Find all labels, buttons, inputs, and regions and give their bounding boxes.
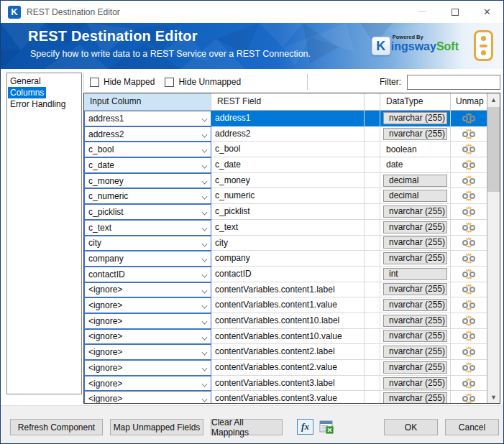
datatype-value[interactable]: nvarchar (255) <box>383 221 447 233</box>
header-input-column[interactable]: Input Column <box>84 93 211 110</box>
unmap-broken-link-icon[interactable] <box>462 362 476 373</box>
input-column-dropdown[interactable]: <ignore> <box>84 282 211 298</box>
mapping-row[interactable]: c_text c_text nvarchar (255) <box>84 220 487 236</box>
close-button[interactable]: ✕ <box>471 1 503 23</box>
datatype-cell[interactable]: nvarchar (255) <box>380 344 451 360</box>
datatype-value[interactable]: nvarchar (255) <box>383 346 447 358</box>
datatype-cell[interactable]: nvarchar (255) <box>380 220 451 236</box>
unmap-cell[interactable] <box>451 391 487 403</box>
input-column-dropdown[interactable]: <ignore> <box>84 391 211 403</box>
datatype-cell[interactable]: nvarchar (255) <box>380 376 451 392</box>
datatype-value[interactable]: nvarchar (255) <box>383 361 447 374</box>
unmap-cell[interactable] <box>451 329 487 345</box>
rest-field-cell[interactable]: c_money <box>211 173 365 189</box>
maximize-button[interactable] <box>439 1 471 23</box>
unmap-cell[interactable] <box>451 251 487 267</box>
unmap-cell[interactable] <box>451 126 487 142</box>
unmap-cell[interactable] <box>451 313 487 329</box>
input-column-dropdown[interactable]: <ignore> <box>84 313 211 329</box>
unmap-broken-link-icon[interactable] <box>462 284 476 295</box>
hide-mapped-checkbox[interactable] <box>90 78 99 87</box>
input-column-dropdown[interactable]: <ignore> <box>84 329 211 345</box>
input-column-dropdown[interactable]: contactID <box>84 267 211 282</box>
unmap-cell[interactable] <box>451 236 487 251</box>
input-column-dropdown[interactable]: c_picklist <box>84 204 211 220</box>
unmap-broken-link-icon[interactable] <box>462 253 476 264</box>
input-column-dropdown[interactable]: c_text <box>84 220 211 236</box>
mapping-row[interactable]: c_date c_date date <box>84 157 487 173</box>
mapping-row[interactable]: c_picklist c_picklist nvarchar (255) <box>84 204 487 220</box>
header-datatype[interactable]: DataType <box>380 93 451 110</box>
input-column-dropdown[interactable]: <ignore> <box>84 344 211 360</box>
mapping-row[interactable]: company company nvarchar (255) <box>84 251 487 267</box>
rest-field-cell[interactable]: contentVariables.content10.value <box>211 329 365 345</box>
datatype-cell[interactable]: decimal <box>380 173 451 189</box>
input-column-dropdown[interactable]: address1 <box>84 111 211 126</box>
map-unmapped-fields-button[interactable]: Map Unmapped Fields <box>110 419 203 435</box>
input-column-dropdown[interactable]: <ignore> <box>84 360 211 376</box>
datatype-value[interactable]: nvarchar (255) <box>383 315 447 327</box>
mapping-row[interactable]: <ignore> contentVariables.content10.valu… <box>84 329 487 345</box>
unmap-cell[interactable] <box>451 360 487 376</box>
datatype-value[interactable]: int <box>383 268 447 280</box>
datatype-value[interactable]: nvarchar (255) <box>383 299 447 311</box>
rest-field-cell[interactable]: contentVariables.content2.label <box>211 344 365 360</box>
cancel-button[interactable]: Cancel <box>445 419 499 435</box>
input-column-dropdown[interactable]: city <box>84 236 211 251</box>
unmap-broken-link-icon[interactable] <box>462 206 476 217</box>
unmap-broken-link-icon[interactable] <box>462 315 476 326</box>
unmap-broken-link-icon[interactable] <box>462 393 476 403</box>
sidebar-item-general[interactable]: General <box>8 75 43 87</box>
unmap-broken-link-icon[interactable] <box>462 237 476 248</box>
mapping-row[interactable]: c_bool c_bool boolean <box>84 142 487 157</box>
datatype-cell[interactable]: nvarchar (255) <box>380 391 451 403</box>
header-rest-field[interactable]: REST Field <box>211 93 365 110</box>
datatype-cell[interactable]: nvarchar (255) <box>380 329 451 345</box>
mapping-row[interactable]: <ignore> contentVariables.content10.labe… <box>84 313 487 329</box>
rest-field-cell[interactable]: address2 <box>211 126 365 142</box>
clear-all-mappings-button[interactable]: Clear All Mappings <box>211 419 283 435</box>
rest-field-cell[interactable]: company <box>211 251 365 267</box>
datatype-value[interactable]: nvarchar (255) <box>383 112 447 124</box>
input-column-dropdown[interactable]: company <box>84 251 211 267</box>
input-column-dropdown[interactable]: c_date <box>84 157 211 173</box>
mapping-row[interactable]: address2 address2 nvarchar (255) <box>84 126 487 142</box>
unmap-broken-link-icon[interactable] <box>462 378 476 389</box>
input-column-dropdown[interactable]: <ignore> <box>84 376 211 392</box>
unmap-broken-link-icon[interactable] <box>462 175 476 186</box>
rest-field-cell[interactable]: contentVariables.content3.label <box>211 376 365 392</box>
filter-input[interactable] <box>407 75 500 90</box>
unmap-cell[interactable] <box>451 344 487 360</box>
ok-button[interactable]: OK <box>384 419 438 435</box>
rest-field-cell[interactable]: contactID <box>211 267 365 282</box>
mapping-row[interactable]: <ignore> contentVariables.content1.value… <box>84 297 487 313</box>
sidebar-item-error-handling[interactable]: Error Handling <box>8 98 68 110</box>
scroll-down-arrow[interactable]: ▼ <box>487 391 500 403</box>
input-column-dropdown[interactable]: address2 <box>84 126 211 142</box>
input-column-dropdown[interactable]: c_numeric <box>84 188 211 204</box>
unmap-broken-link-icon[interactable] <box>462 269 476 279</box>
unmap-broken-link-icon[interactable] <box>462 330 476 341</box>
hide-mapped-option[interactable]: Hide Mapped <box>90 77 155 87</box>
datatype-value[interactable]: nvarchar (255) <box>383 128 447 140</box>
mapping-row[interactable]: <ignore> contentVariables.content1.label… <box>84 282 487 298</box>
datatype-value[interactable]: nvarchar (255) <box>383 330 447 342</box>
rest-field-cell[interactable]: address1 <box>211 111 365 126</box>
datatype-value[interactable]: nvarchar (255) <box>383 236 447 249</box>
unmap-cell[interactable] <box>451 376 487 392</box>
datatype-cell[interactable]: nvarchar (255) <box>380 297 451 313</box>
unmap-broken-link-icon[interactable] <box>462 346 476 357</box>
unmap-cell[interactable] <box>451 157 487 173</box>
datatype-value[interactable]: decimal <box>383 175 447 187</box>
datatype-value[interactable]: decimal <box>383 190 447 202</box>
unmap-cell[interactable] <box>451 188 487 204</box>
vertical-scrollbar[interactable]: ▲ ▼ <box>487 93 500 403</box>
rest-field-cell[interactable]: c_bool <box>211 142 365 157</box>
scroll-up-arrow[interactable]: ▲ <box>487 93 500 106</box>
datatype-cell[interactable]: nvarchar (255) <box>380 251 451 267</box>
mapping-row[interactable]: c_numeric c_numeric decimal <box>84 188 487 204</box>
rest-field-cell[interactable]: contentVariables.content10.label <box>211 313 365 329</box>
unmap-cell[interactable] <box>451 173 487 189</box>
input-column-dropdown[interactable]: c_money <box>84 173 211 189</box>
rest-field-cell[interactable]: c_picklist <box>211 204 365 220</box>
